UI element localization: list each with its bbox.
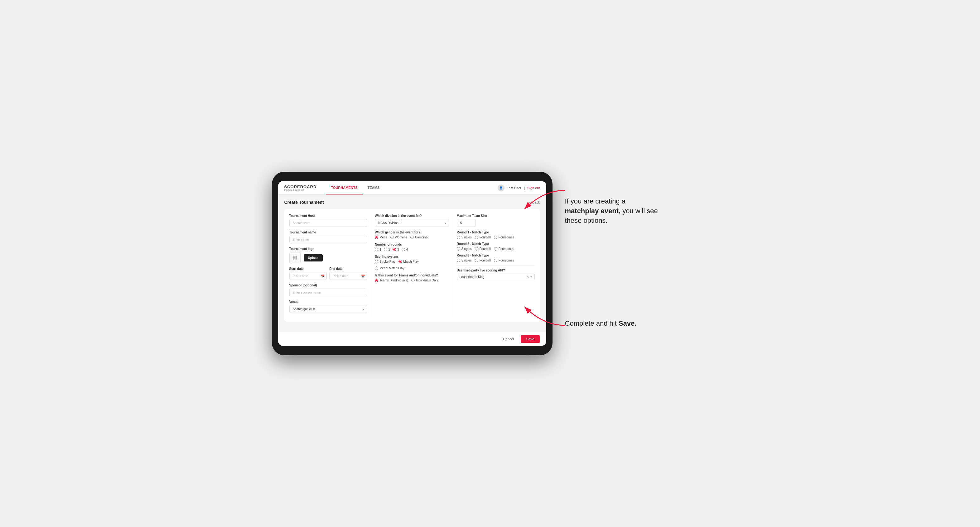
end-date-wrapper: 📅 bbox=[329, 272, 367, 280]
teams-plus-individuals[interactable]: Teams (+Individuals) bbox=[375, 279, 408, 282]
scoring-match[interactable]: Match Play bbox=[398, 260, 418, 264]
api-group: Use third-party live scoring API? Leader… bbox=[457, 269, 535, 280]
form-column-1: Tournament Host Tournament name Tourname… bbox=[290, 214, 371, 317]
annotation-bottom: Complete and hit Save. bbox=[565, 319, 659, 329]
round1-foursomes[interactable]: Foursomes bbox=[494, 236, 514, 239]
gender-mens[interactable]: Mens bbox=[375, 236, 387, 239]
tournament-name-label: Tournament name bbox=[290, 231, 367, 234]
scoring-label: Scoring system bbox=[375, 255, 449, 258]
gender-group: Which gender is the event for? Mens Wome… bbox=[375, 231, 449, 239]
round2-match-type-section: Round 2 - Match Type Singles Fourball bbox=[457, 242, 535, 251]
dates-group: Start date 📅 End date bbox=[290, 267, 367, 280]
round-4[interactable]: 4 bbox=[402, 248, 408, 251]
teams-radio-group: Teams (+Individuals) Individuals Only bbox=[375, 279, 449, 282]
rounds-radio-group: 1 2 3 bbox=[375, 248, 449, 251]
logo-sub: Powered by clipp! bbox=[284, 189, 317, 191]
venue-label: Venue bbox=[290, 300, 367, 303]
round1-match-type-section: Round 1 - Match Type Singles Fourball bbox=[457, 231, 535, 239]
teams-group: Is this event for Teams and/or Individua… bbox=[375, 274, 449, 282]
calendar-icon-end: 📅 bbox=[361, 274, 365, 278]
division-select[interactable]: NCAA Division I bbox=[375, 219, 449, 227]
round-3[interactable]: 3 bbox=[393, 248, 399, 251]
gender-label: Which gender is the event for? bbox=[375, 231, 449, 234]
max-team-size-input[interactable] bbox=[457, 219, 476, 227]
gender-womens[interactable]: Womens bbox=[390, 236, 407, 239]
calendar-icon-start: 📅 bbox=[321, 274, 325, 278]
app-nav: SCOREBOARD Powered by clipp! TOURNAMENTS… bbox=[278, 181, 546, 195]
start-date-label: Start date bbox=[290, 267, 327, 270]
division-group: Which division is the event for? NCAA Di… bbox=[375, 214, 449, 227]
scoring-medal[interactable]: Medal Match Play bbox=[375, 267, 404, 270]
scoring-stroke[interactable]: Stroke Play bbox=[375, 260, 395, 264]
tournament-host-input[interactable] bbox=[290, 219, 367, 227]
round3-radio-group: Singles Fourball Foursomes bbox=[457, 259, 535, 262]
round3-match-type-label: Round 3 - Match Type bbox=[457, 254, 535, 257]
gender-womens-label: Womens bbox=[395, 236, 407, 239]
app-logo: SCOREBOARD Powered by clipp! bbox=[284, 185, 317, 191]
rounds-group: Number of rounds 1 2 bbox=[375, 243, 449, 251]
round3-foursomes[interactable]: Foursomes bbox=[494, 259, 514, 262]
gender-mens-label: Mens bbox=[379, 236, 387, 239]
form-column-2: Which division is the event for? NCAA Di… bbox=[371, 214, 453, 317]
annotation-top-plain: If you are creating a bbox=[565, 197, 625, 205]
annotation-bottom-bold: Save. bbox=[619, 319, 637, 327]
api-value: Leaderboard King bbox=[460, 275, 485, 279]
tournament-name-input[interactable] bbox=[290, 236, 367, 243]
logo-placeholder: 🖼 bbox=[290, 252, 301, 264]
round-2[interactable]: 2 bbox=[384, 248, 390, 251]
round2-foursomes[interactable]: Foursomes bbox=[494, 247, 514, 251]
individuals-only[interactable]: Individuals Only bbox=[411, 279, 438, 282]
nav-tabs: TOURNAMENTS TEAMS bbox=[326, 181, 385, 194]
sponsor-group: Sponsor (optional) bbox=[290, 284, 367, 296]
round1-radio-group: Singles Fourball Foursomes bbox=[457, 236, 535, 239]
form-footer: Cancel Save bbox=[278, 332, 546, 346]
arrow-top-svg bbox=[518, 187, 568, 219]
teams-label: Is this event for Teams and/or Individua… bbox=[375, 274, 449, 277]
scoring-radio-group: Stroke Play Match Play Medal Match Play bbox=[375, 260, 449, 270]
api-label: Use third-party live scoring API? bbox=[457, 269, 535, 272]
division-label: Which division is the event for? bbox=[375, 214, 449, 217]
api-tag[interactable]: Leaderboard King ✕ ▾ bbox=[457, 274, 535, 280]
tournament-host-group: Tournament Host bbox=[290, 214, 367, 227]
save-button[interactable]: Save bbox=[521, 335, 540, 343]
page-title: Create Tournament bbox=[284, 200, 324, 205]
start-date-wrapper: 📅 bbox=[290, 272, 327, 280]
tablet-screen: SCOREBOARD Powered by clipp! TOURNAMENTS… bbox=[278, 181, 546, 346]
sponsor-input[interactable] bbox=[290, 289, 367, 296]
round3-fourball[interactable]: Fourball bbox=[475, 259, 491, 262]
tab-teams[interactable]: TEAMS bbox=[363, 181, 385, 194]
round1-singles[interactable]: Singles bbox=[457, 236, 472, 239]
round1-match-type-label: Round 1 - Match Type bbox=[457, 231, 535, 234]
upload-button[interactable]: Upload bbox=[304, 254, 323, 262]
gender-combined-label: Combined bbox=[415, 236, 430, 239]
sponsor-label: Sponsor (optional) bbox=[290, 284, 367, 287]
cancel-button[interactable]: Cancel bbox=[500, 335, 518, 343]
round-1[interactable]: 1 bbox=[375, 248, 381, 251]
tab-tournaments[interactable]: TOURNAMENTS bbox=[326, 181, 362, 194]
gender-combined[interactable]: Combined bbox=[410, 236, 430, 239]
venue-select[interactable]: Search golf club bbox=[290, 305, 367, 313]
arrow-bottom-svg bbox=[518, 297, 568, 329]
tournament-name-group: Tournament name bbox=[290, 231, 367, 243]
api-remove-icon[interactable]: ✕ bbox=[526, 275, 529, 279]
round3-match-type-section: Round 3 - Match Type Singles Fourball bbox=[457, 254, 535, 262]
page-content: Create Tournament ← Back Tournament Host… bbox=[278, 195, 546, 332]
round2-match-type-label: Round 2 - Match Type bbox=[457, 242, 535, 246]
start-date-group: Start date 📅 bbox=[290, 267, 327, 280]
round2-singles[interactable]: Singles bbox=[457, 247, 472, 251]
venue-group: Venue Search golf club bbox=[290, 300, 367, 313]
image-icon: 🖼 bbox=[293, 255, 297, 260]
date-grid: Start date 📅 End date bbox=[290, 267, 367, 280]
round1-fourball[interactable]: Fourball bbox=[475, 236, 491, 239]
end-date-group: End date 📅 bbox=[329, 267, 367, 280]
tournament-logo-label: Tournament logo bbox=[290, 247, 367, 251]
page-header: Create Tournament ← Back bbox=[284, 200, 540, 205]
round3-singles[interactable]: Singles bbox=[457, 259, 472, 262]
tablet-frame: SCOREBOARD Powered by clipp! TOURNAMENTS… bbox=[272, 172, 552, 355]
round2-fourball[interactable]: Fourball bbox=[475, 247, 491, 251]
api-chevron-icon: ▾ bbox=[530, 275, 532, 279]
annotation-top: If you are creating a matchplay event, y… bbox=[565, 197, 659, 225]
division-select-wrapper: NCAA Division I bbox=[375, 219, 449, 227]
page-wrapper: SCOREBOARD Powered by clipp! TOURNAMENTS… bbox=[272, 172, 708, 355]
avatar: 👤 bbox=[498, 184, 504, 191]
